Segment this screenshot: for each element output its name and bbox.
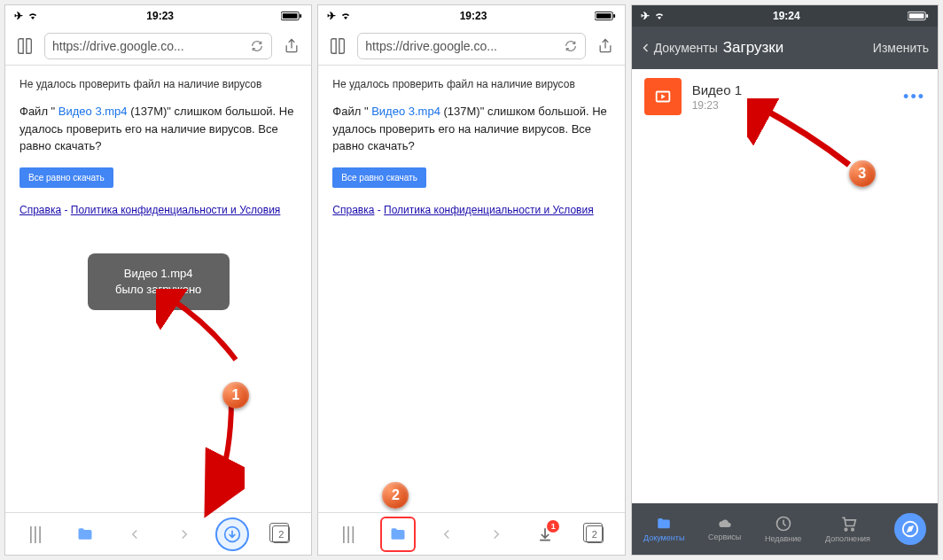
airplane-icon: ✈ xyxy=(641,10,650,22)
share-icon[interactable] xyxy=(279,34,304,58)
file-name: Видео 1 xyxy=(692,82,892,97)
folder-icon[interactable] xyxy=(380,517,416,552)
clock: 19:23 xyxy=(460,10,487,22)
wifi-icon xyxy=(653,11,666,21)
bottombar: ||| 2 xyxy=(5,512,311,555)
download-anyway-button[interactable]: Все равно скачать xyxy=(19,167,113,188)
back-icon[interactable] xyxy=(117,517,152,552)
svg-rect-2 xyxy=(300,14,302,18)
svg-rect-5 xyxy=(596,13,612,19)
battery-icon xyxy=(595,11,616,21)
download-anyway-button[interactable]: Все равно скачать xyxy=(332,167,426,188)
file-time: 19:23 xyxy=(692,99,892,112)
edit-button[interactable]: Изменить xyxy=(873,41,929,55)
toast-status: было загружено xyxy=(104,282,214,298)
back-label: Документы xyxy=(654,41,718,55)
clock: 19:24 xyxy=(773,10,800,22)
battery-icon xyxy=(908,11,929,21)
url-field[interactable]: https://drive.google.co... xyxy=(357,33,585,59)
toast-file: Видео 1.mp4 xyxy=(104,266,214,282)
reload-icon[interactable] xyxy=(250,39,264,53)
forward-icon[interactable] xyxy=(479,517,514,552)
reader-icon[interactable] xyxy=(12,34,37,58)
file-row[interactable]: Видео 1 19:23 ••• xyxy=(632,69,938,124)
airplane-icon: ✈ xyxy=(14,10,23,22)
reload-icon[interactable] xyxy=(564,39,578,53)
clock: 19:23 xyxy=(146,10,174,22)
page-content: Не удалось проверить файл на наличие вир… xyxy=(318,66,624,512)
screen-2: ✈ 19:23 https://drive.google.co... Не уд… xyxy=(317,4,625,556)
tab-addons[interactable]: Дополнения xyxy=(825,515,870,543)
virus-warning-text: Файл " Видео 3.mp4 (137M)" слишком больш… xyxy=(332,103,610,155)
bottombar-more-icon[interactable]: ||| xyxy=(331,517,366,552)
svg-rect-1 xyxy=(283,13,298,19)
file-info: Видео 1 19:23 xyxy=(692,82,892,112)
statusbar: ✈ 19:23 xyxy=(318,5,624,27)
step-badge-3: 3 xyxy=(849,160,876,187)
help-link[interactable]: Справка xyxy=(332,204,374,216)
page-title: Загрузки xyxy=(723,39,783,57)
svg-point-12 xyxy=(845,528,847,531)
help-link[interactable]: Справка xyxy=(19,204,61,216)
svg-point-13 xyxy=(851,528,853,531)
statusbar: ✈ 19:23 xyxy=(5,5,311,27)
screen-1: ✈ 19:23 https://drive.google.co... Не уд… xyxy=(4,4,312,556)
url-field[interactable]: https://drive.google.co... xyxy=(44,33,272,59)
reader-icon[interactable] xyxy=(325,34,350,58)
urlbar: https://drive.google.co... xyxy=(5,27,311,66)
virus-warning-title: Не удалось проверить файл на наличие вир… xyxy=(19,78,297,90)
download-toast: Видео 1.mp4 было загружено xyxy=(88,253,230,310)
privacy-link[interactable]: Политика конфиденциальности и Условия xyxy=(71,204,281,216)
bottombar: ||| 1 2 xyxy=(318,512,624,555)
url-text: https://drive.google.co... xyxy=(52,39,245,53)
virus-warning-text: Файл " Видео 3.mp4 (137M)" слишком больш… xyxy=(19,103,297,155)
download-badge: 1 xyxy=(547,520,559,533)
video-file-icon xyxy=(644,78,682,115)
statusbar: ✈ 19:24 xyxy=(632,5,938,27)
tabs-icon[interactable]: 2 xyxy=(577,517,612,552)
urlbar: https://drive.google.co... xyxy=(318,27,624,66)
file-link[interactable]: Видео 3.mp4 xyxy=(58,105,128,118)
download-icon[interactable]: 1 xyxy=(527,517,563,552)
virus-warning-title: Не удалось проверить файл на наличие вир… xyxy=(332,78,610,90)
back-button[interactable]: Документы xyxy=(641,40,718,56)
svg-rect-6 xyxy=(613,14,615,18)
tab-count: 2 xyxy=(272,525,290,543)
step-badge-1: 1 xyxy=(222,382,249,408)
airplane-icon: ✈ xyxy=(327,10,336,22)
file-list: Видео 1 19:23 ••• xyxy=(632,69,938,503)
tab-services[interactable]: Сервисы xyxy=(708,517,741,541)
wifi-icon xyxy=(27,11,39,21)
tab-recent[interactable]: Недавние xyxy=(765,515,801,543)
download-icon[interactable] xyxy=(215,517,249,551)
battery-icon xyxy=(281,11,302,21)
tabs-icon[interactable]: 2 xyxy=(263,517,299,552)
file-link[interactable]: Видео 3.mp4 xyxy=(371,105,440,118)
back-icon[interactable] xyxy=(429,517,464,552)
svg-rect-8 xyxy=(909,13,924,19)
tabbar: Документы Сервисы Недавние Дополнения xyxy=(632,503,938,555)
bottombar-more-icon[interactable]: ||| xyxy=(18,517,53,552)
tab-count: 2 xyxy=(586,525,604,543)
url-text: https://drive.google.co... xyxy=(365,39,557,53)
navbar: Документы Загрузки Изменить xyxy=(632,27,938,69)
share-icon[interactable] xyxy=(593,34,618,58)
tab-documents[interactable]: Документы xyxy=(643,516,684,542)
screen-3: ✈ 19:24 Документы Загрузки Изменить Виде… xyxy=(631,4,939,556)
forward-icon[interactable] xyxy=(167,517,202,552)
tab-compass[interactable] xyxy=(894,513,926,545)
footer-links: Справка - Политика конфиденциальности и … xyxy=(19,204,297,216)
svg-rect-9 xyxy=(926,14,928,18)
file-more-icon[interactable]: ••• xyxy=(903,88,925,106)
folder-icon[interactable] xyxy=(67,517,103,552)
privacy-link[interactable]: Политика конфиденциальности и Условия xyxy=(384,204,594,216)
footer-links: Справка - Политика конфиденциальности и … xyxy=(332,204,610,216)
wifi-icon xyxy=(339,11,352,21)
